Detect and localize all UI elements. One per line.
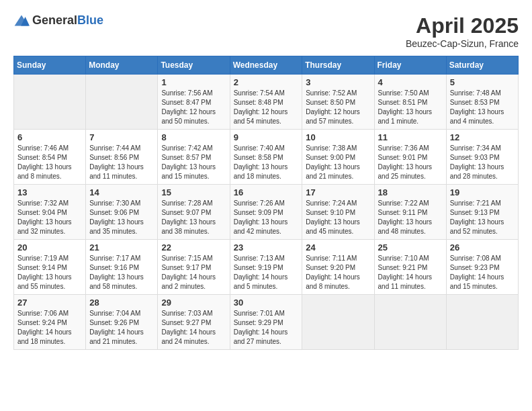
calendar-cell: 14Sunrise: 7:30 AM Sunset: 9:06 PM Dayli… — [86, 185, 158, 240]
day-info: Sunrise: 7:28 AM Sunset: 9:07 PM Dayligh… — [161, 199, 226, 236]
day-number: 28 — [89, 298, 154, 308]
calendar-cell: 22Sunrise: 7:15 AM Sunset: 9:17 PM Dayli… — [158, 240, 230, 295]
day-number: 20 — [17, 242, 82, 253]
calendar-week-row: 1Sunrise: 7:56 AM Sunset: 8:47 PM Daylig… — [14, 75, 519, 130]
calendar-cell: 10Sunrise: 7:38 AM Sunset: 9:00 PM Dayli… — [302, 130, 374, 185]
day-number: 23 — [234, 242, 299, 253]
calendar-week-row: 6Sunrise: 7:46 AM Sunset: 8:54 PM Daylig… — [14, 130, 519, 185]
day-number: 21 — [89, 242, 154, 253]
calendar-cell: 3Sunrise: 7:52 AM Sunset: 8:50 PM Daylig… — [302, 75, 374, 130]
logo: GeneralBlue — [13, 13, 103, 28]
day-number: 13 — [17, 187, 82, 197]
day-info: Sunrise: 7:24 AM Sunset: 9:10 PM Dayligh… — [306, 199, 370, 236]
weekday-header-cell: Friday — [374, 56, 446, 75]
day-info: Sunrise: 7:04 AM Sunset: 9:26 PM Dayligh… — [89, 309, 154, 347]
location-title: Beuzec-Cap-Sizun, France — [406, 38, 519, 49]
calendar-cell: 19Sunrise: 7:21 AM Sunset: 9:13 PM Dayli… — [446, 185, 518, 240]
day-number: 16 — [234, 187, 299, 197]
day-info: Sunrise: 7:26 AM Sunset: 9:09 PM Dayligh… — [234, 199, 299, 236]
day-number: 25 — [378, 242, 443, 253]
calendar-cell: 2Sunrise: 7:54 AM Sunset: 8:48 PM Daylig… — [230, 75, 302, 130]
weekday-header-row: SundayMondayTuesdayWednesdayThursdayFrid… — [14, 56, 519, 75]
day-info: Sunrise: 7:01 AM Sunset: 9:29 PM Dayligh… — [234, 309, 299, 347]
day-info: Sunrise: 7:06 AM Sunset: 9:24 PM Dayligh… — [17, 309, 82, 347]
day-number: 7 — [89, 132, 154, 142]
calendar-cell: 29Sunrise: 7:03 AM Sunset: 9:27 PM Dayli… — [158, 295, 230, 350]
day-info: Sunrise: 7:03 AM Sunset: 9:27 PM Dayligh… — [161, 309, 226, 347]
day-number: 26 — [450, 242, 515, 253]
calendar-cell: 4Sunrise: 7:50 AM Sunset: 8:51 PM Daylig… — [374, 75, 446, 130]
day-info: Sunrise: 7:48 AM Sunset: 8:53 PM Dayligh… — [450, 89, 515, 126]
day-info: Sunrise: 7:13 AM Sunset: 9:19 PM Dayligh… — [234, 254, 299, 291]
day-info: Sunrise: 7:54 AM Sunset: 8:48 PM Dayligh… — [234, 89, 299, 126]
calendar-cell: 18Sunrise: 7:22 AM Sunset: 9:11 PM Dayli… — [374, 185, 446, 240]
day-info: Sunrise: 7:10 AM Sunset: 9:21 PM Dayligh… — [378, 254, 443, 291]
day-number: 29 — [161, 298, 226, 308]
weekday-header-cell: Tuesday — [158, 56, 230, 75]
calendar-cell: 23Sunrise: 7:13 AM Sunset: 9:19 PM Dayli… — [230, 240, 302, 295]
calendar-cell: 17Sunrise: 7:24 AM Sunset: 9:10 PM Dayli… — [302, 185, 374, 240]
day-info: Sunrise: 7:52 AM Sunset: 8:50 PM Dayligh… — [306, 89, 370, 126]
calendar-cell — [14, 75, 86, 130]
day-number: 17 — [306, 187, 370, 197]
calendar-cell: 24Sunrise: 7:11 AM Sunset: 9:20 PM Dayli… — [302, 240, 374, 295]
calendar-cell: 9Sunrise: 7:40 AM Sunset: 8:58 PM Daylig… — [230, 130, 302, 185]
calendar-cell: 12Sunrise: 7:34 AM Sunset: 9:03 PM Dayli… — [446, 130, 518, 185]
calendar-cell: 13Sunrise: 7:32 AM Sunset: 9:04 PM Dayli… — [14, 185, 86, 240]
day-number: 8 — [161, 132, 226, 142]
day-info: Sunrise: 7:40 AM Sunset: 8:58 PM Dayligh… — [234, 144, 299, 181]
calendar-week-row: 20Sunrise: 7:19 AM Sunset: 9:14 PM Dayli… — [14, 240, 519, 295]
calendar-cell: 25Sunrise: 7:10 AM Sunset: 9:21 PM Dayli… — [374, 240, 446, 295]
day-number: 14 — [89, 187, 154, 197]
day-number: 11 — [378, 132, 443, 142]
calendar-cell: 20Sunrise: 7:19 AM Sunset: 9:14 PM Dayli… — [14, 240, 86, 295]
calendar-cell: 11Sunrise: 7:36 AM Sunset: 9:01 PM Dayli… — [374, 130, 446, 185]
day-number: 4 — [378, 77, 443, 87]
day-info: Sunrise: 7:22 AM Sunset: 9:11 PM Dayligh… — [378, 199, 443, 236]
month-title: April 2025 — [406, 13, 519, 38]
day-number: 19 — [450, 187, 515, 197]
day-info: Sunrise: 7:56 AM Sunset: 8:47 PM Dayligh… — [161, 89, 226, 126]
day-info: Sunrise: 7:38 AM Sunset: 9:00 PM Dayligh… — [306, 144, 370, 181]
calendar-cell: 5Sunrise: 7:48 AM Sunset: 8:53 PM Daylig… — [446, 75, 518, 130]
day-number: 1 — [161, 77, 226, 87]
calendar-cell: 16Sunrise: 7:26 AM Sunset: 9:09 PM Dayli… — [230, 185, 302, 240]
day-info: Sunrise: 7:11 AM Sunset: 9:20 PM Dayligh… — [306, 254, 370, 291]
weekday-header-cell: Wednesday — [230, 56, 302, 75]
day-number: 22 — [161, 242, 226, 253]
calendar-cell: 7Sunrise: 7:44 AM Sunset: 8:56 PM Daylig… — [86, 130, 158, 185]
calendar-cell: 27Sunrise: 7:06 AM Sunset: 9:24 PM Dayli… — [14, 295, 86, 350]
calendar-cell: 1Sunrise: 7:56 AM Sunset: 8:47 PM Daylig… — [158, 75, 230, 130]
day-number: 30 — [234, 298, 299, 308]
weekday-header-cell: Saturday — [446, 56, 518, 75]
weekday-header-cell: Sunday — [14, 56, 86, 75]
calendar-week-row: 13Sunrise: 7:32 AM Sunset: 9:04 PM Dayli… — [14, 185, 519, 240]
weekday-header-cell: Thursday — [302, 56, 374, 75]
day-info: Sunrise: 7:34 AM Sunset: 9:03 PM Dayligh… — [450, 144, 515, 181]
day-info: Sunrise: 7:19 AM Sunset: 9:14 PM Dayligh… — [17, 254, 82, 291]
day-info: Sunrise: 7:08 AM Sunset: 9:23 PM Dayligh… — [450, 254, 515, 291]
calendar-cell: 15Sunrise: 7:28 AM Sunset: 9:07 PM Dayli… — [158, 185, 230, 240]
logo-icon — [13, 14, 30, 28]
day-number: 3 — [306, 77, 370, 87]
calendar-cell: 28Sunrise: 7:04 AM Sunset: 9:26 PM Dayli… — [86, 295, 158, 350]
calendar-cell — [374, 295, 446, 350]
calendar-cell: 6Sunrise: 7:46 AM Sunset: 8:54 PM Daylig… — [14, 130, 86, 185]
day-number: 2 — [234, 77, 299, 87]
title-section: April 2025 Beuzec-Cap-Sizun, France — [406, 13, 519, 49]
day-info: Sunrise: 7:46 AM Sunset: 8:54 PM Dayligh… — [17, 144, 82, 181]
day-info: Sunrise: 7:15 AM Sunset: 9:17 PM Dayligh… — [161, 254, 226, 291]
day-number: 6 — [17, 132, 82, 142]
day-info: Sunrise: 7:32 AM Sunset: 9:04 PM Dayligh… — [17, 199, 82, 236]
page-header: GeneralBlue April 2025 Beuzec-Cap-Sizun,… — [13, 13, 519, 49]
day-number: 27 — [17, 298, 82, 308]
calendar-cell — [446, 295, 518, 350]
calendar-table: SundayMondayTuesdayWednesdayThursdayFrid… — [13, 56, 519, 350]
calendar-cell: 26Sunrise: 7:08 AM Sunset: 9:23 PM Dayli… — [446, 240, 518, 295]
calendar-cell: 8Sunrise: 7:42 AM Sunset: 8:57 PM Daylig… — [158, 130, 230, 185]
day-info: Sunrise: 7:21 AM Sunset: 9:13 PM Dayligh… — [450, 199, 515, 236]
calendar-week-row: 27Sunrise: 7:06 AM Sunset: 9:24 PM Dayli… — [14, 295, 519, 350]
day-info: Sunrise: 7:50 AM Sunset: 8:51 PM Dayligh… — [378, 89, 443, 126]
day-info: Sunrise: 7:17 AM Sunset: 9:16 PM Dayligh… — [89, 254, 154, 291]
calendar-cell — [86, 75, 158, 130]
